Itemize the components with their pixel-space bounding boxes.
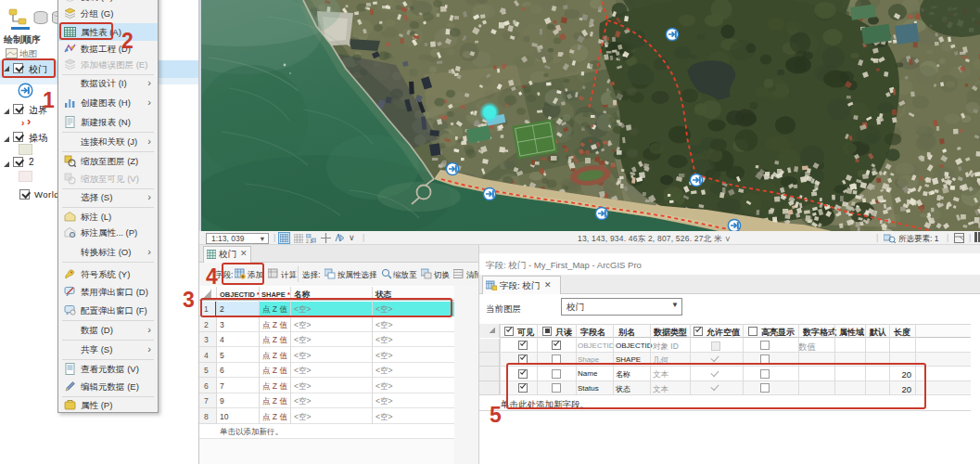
svg-text:2,3: 2,3 <box>306 238 312 244</box>
